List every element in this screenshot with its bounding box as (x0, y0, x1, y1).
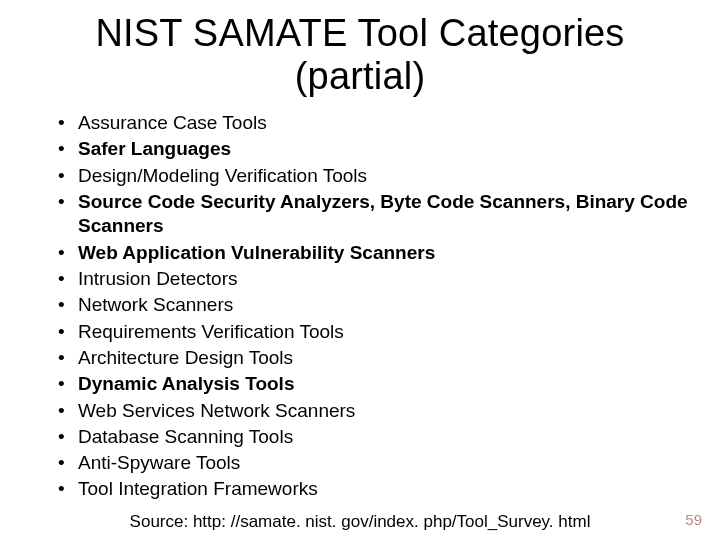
bullet-text: Dynamic Analysis Tools (78, 373, 294, 394)
bullet-text: Source Code Security Analyzers, Byte Cod… (78, 191, 688, 236)
bullet-item: Source Code Security Analyzers, Byte Cod… (58, 190, 690, 239)
bullet-item: Architecture Design Tools (58, 346, 690, 370)
title-line-1: NIST SAMATE Tool Categories (95, 12, 624, 54)
bullet-text: Anti-Spyware Tools (78, 452, 240, 473)
bullet-item: Web Services Network Scanners (58, 399, 690, 423)
bullet-text: Intrusion Detectors (78, 268, 237, 289)
bullet-text: Architecture Design Tools (78, 347, 293, 368)
bullet-text: Network Scanners (78, 294, 233, 315)
bullet-item: Tool Integration Frameworks (58, 477, 690, 501)
bullet-item: Network Scanners (58, 293, 690, 317)
bullet-text: Safer Languages (78, 138, 231, 159)
bullet-item: Safer Languages (58, 137, 690, 161)
bullet-list: Assurance Case ToolsSafer LanguagesDesig… (30, 111, 690, 502)
bullet-item: Dynamic Analysis Tools (58, 372, 690, 396)
bullet-item: Design/Modeling Verification Tools (58, 164, 690, 188)
source-line: Source: http: //samate. nist. gov/index.… (30, 512, 690, 532)
slide-title: NIST SAMATE Tool Categories (partial) (30, 12, 690, 97)
bullet-text: Requirements Verification Tools (78, 321, 344, 342)
bullet-text: Web Application Vulnerability Scanners (78, 242, 435, 263)
bullet-text: Database Scanning Tools (78, 426, 293, 447)
bullet-text: Assurance Case Tools (78, 112, 267, 133)
bullet-item: Database Scanning Tools (58, 425, 690, 449)
bullet-item: Intrusion Detectors (58, 267, 690, 291)
bullet-text: Web Services Network Scanners (78, 400, 355, 421)
bullet-item: Anti-Spyware Tools (58, 451, 690, 475)
bullet-item: Web Application Vulnerability Scanners (58, 241, 690, 265)
bullet-item: Requirements Verification Tools (58, 320, 690, 344)
bullet-item: Assurance Case Tools (58, 111, 690, 135)
page-number: 59 (685, 511, 702, 528)
bullet-text: Tool Integration Frameworks (78, 478, 318, 499)
bullet-text: Design/Modeling Verification Tools (78, 165, 367, 186)
title-line-2: (partial) (295, 55, 426, 97)
slide: NIST SAMATE Tool Categories (partial) As… (0, 0, 720, 540)
